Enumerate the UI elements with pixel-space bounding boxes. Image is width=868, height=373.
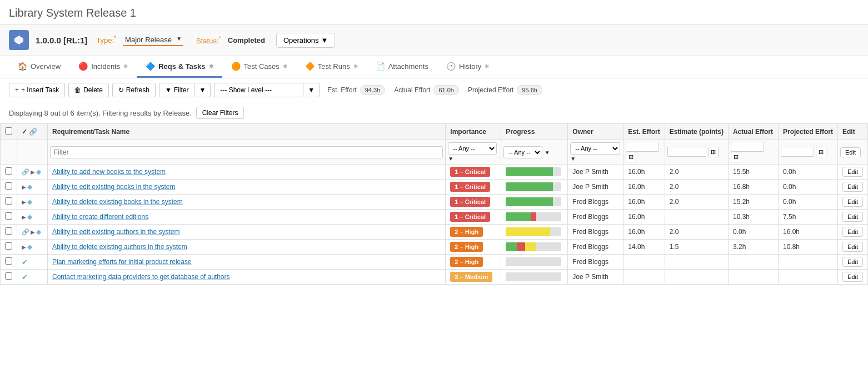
importance-filter-dropdown[interactable]: ▼ bbox=[448, 156, 453, 162]
row-importance-cell: 2 – High bbox=[446, 240, 501, 255]
row-edit-button[interactable]: Edit bbox=[842, 227, 863, 237]
expand-arrow[interactable]: ▶ bbox=[22, 214, 26, 220]
tab-history[interactable]: 🕐 History ✱ bbox=[437, 56, 498, 78]
tab-incidents[interactable]: 🔴 Incidents ✱ bbox=[69, 56, 137, 78]
row-edit-cell: Edit bbox=[838, 225, 868, 240]
proj-effort-filter-input[interactable] bbox=[781, 147, 814, 157]
row-edit-button[interactable]: Edit bbox=[842, 182, 863, 192]
tab-attachments[interactable]: 📄 Attachments bbox=[367, 56, 437, 78]
expand-arrow[interactable]: ▶ bbox=[31, 229, 35, 235]
requirement-link[interactable]: Plan marketing efforts for initial produ… bbox=[52, 258, 192, 266]
col-header-edit: Edit bbox=[838, 124, 868, 140]
row-edit-cell: Edit bbox=[838, 240, 868, 255]
requirement-link[interactable]: Ability to create different editions bbox=[52, 213, 148, 221]
progress-red bbox=[531, 212, 536, 221]
row-checkbox[interactable] bbox=[5, 167, 12, 175]
row-owner-cell: Fred Bloggs bbox=[568, 240, 623, 255]
requirement-link[interactable]: Contact marketing data providers to get … bbox=[52, 273, 230, 281]
row-checkbox[interactable] bbox=[5, 272, 12, 280]
type-label: Type:* bbox=[96, 35, 116, 44]
est-effort-filter-input[interactable] bbox=[626, 142, 659, 152]
importance-filter-select[interactable]: -- Any -- 1 – Critical 2 – High 3 – Medi… bbox=[448, 142, 497, 155]
row-checkbox[interactable] bbox=[5, 197, 12, 205]
row-est-effort-cell: 16.0h bbox=[623, 165, 665, 180]
tab-overview[interactable]: 🏠 Overview bbox=[9, 56, 69, 78]
expand-arrow[interactable]: ▶ bbox=[22, 244, 26, 250]
actual-effort-calc-btn[interactable]: ⊞ bbox=[731, 152, 741, 162]
requirement-link[interactable]: Ability to add new books to the system bbox=[52, 168, 166, 176]
diamond-icon: ◆ bbox=[27, 213, 32, 221]
effort-group: Est. Effort 94.3h Actual Effort 61.0h Pr… bbox=[327, 85, 542, 95]
select-all-checkbox[interactable] bbox=[5, 127, 12, 135]
row-checkbox-cell bbox=[1, 255, 17, 270]
progress-filter-select[interactable]: -- Any -- bbox=[503, 146, 542, 158]
importance-badge: 3 – Medium bbox=[450, 272, 492, 282]
progress-filter-dropdown[interactable]: ▼ bbox=[545, 150, 550, 156]
filter-button[interactable]: ▼ Filter bbox=[159, 83, 195, 97]
row-owner-cell: Fred Bloggs bbox=[568, 255, 623, 270]
requirement-link[interactable]: Ability to edit existing books in the sy… bbox=[52, 183, 175, 191]
row-progress-cell bbox=[501, 270, 568, 285]
est-effort-calc-btn[interactable]: ⊞ bbox=[626, 152, 636, 162]
row-checkbox[interactable] bbox=[5, 227, 12, 235]
type-select-wrapper[interactable]: Major Release Minor Release Iteration bbox=[123, 34, 183, 46]
row-edit-button[interactable]: Edit bbox=[842, 242, 863, 252]
show-level-select[interactable]: --- Show Level --- bbox=[214, 83, 303, 97]
operations-button[interactable]: Operations ▼ bbox=[276, 33, 335, 48]
est-points-filter-input[interactable] bbox=[667, 147, 706, 157]
row-checkbox[interactable] bbox=[5, 242, 12, 250]
reqs-asterisk: ✱ bbox=[209, 63, 213, 69]
est-points-calc-btn[interactable]: ⊞ bbox=[708, 147, 719, 157]
projected-effort-label: Projected Effort bbox=[468, 86, 514, 94]
clear-filters-button[interactable]: Clear Filters bbox=[196, 107, 245, 119]
tab-test-cases[interactable]: 🟠 Test Cases ✱ bbox=[222, 56, 296, 78]
row-edit-cell: Edit bbox=[838, 255, 868, 270]
requirement-link[interactable]: Ability to delete existing books in the … bbox=[52, 198, 183, 206]
progress-green bbox=[506, 167, 553, 176]
row-edit-button[interactable]: Edit bbox=[842, 167, 863, 177]
owner-filter-dropdown[interactable]: ▼ bbox=[570, 156, 576, 162]
progress-bar bbox=[506, 257, 561, 266]
actual-effort-filter-input[interactable] bbox=[731, 142, 764, 152]
operations-label: Operations bbox=[283, 36, 319, 44]
tab-test-runs[interactable]: 🔶 Test Runs ✱ bbox=[296, 56, 367, 78]
row-checkbox[interactable] bbox=[5, 257, 12, 265]
show-level-arrow[interactable]: ▼ bbox=[303, 83, 320, 97]
progress-yellow bbox=[506, 227, 550, 236]
table-row: 🔗▶◆Ability to add new books to the syste… bbox=[1, 165, 868, 180]
delete-button[interactable]: 🗑 Delete bbox=[68, 83, 109, 97]
owner-filter-select[interactable]: -- Any -- Joe P Smith Fred Bloggs bbox=[570, 142, 620, 155]
actual-effort-value: 61.0h bbox=[433, 85, 459, 95]
row-actual-effort-cell bbox=[729, 255, 779, 270]
requirement-link[interactable]: Ability to edit existing authors in the … bbox=[52, 228, 179, 236]
tab-reqs-tasks[interactable]: 🔷 Reqs & Tasks ✱ bbox=[137, 56, 222, 78]
row-edit-button[interactable]: Edit bbox=[842, 212, 863, 222]
row-progress-cell bbox=[501, 210, 568, 225]
filter-dropdown-arrow[interactable]: ▼ bbox=[194, 83, 211, 97]
expand-arrow[interactable]: ▶ bbox=[31, 169, 35, 175]
row-est-points-cell bbox=[665, 270, 728, 285]
expand-arrow[interactable]: ▶ bbox=[22, 184, 26, 190]
name-filter-input[interactable] bbox=[50, 146, 443, 158]
importance-badge: 2 – High bbox=[450, 227, 483, 237]
check-icon: ✔ bbox=[22, 273, 28, 281]
row-est-points-cell: 2.0 bbox=[665, 225, 728, 240]
expand-arrow[interactable]: ▶ bbox=[22, 199, 26, 205]
row-edit-cell: Edit bbox=[838, 270, 868, 285]
filter-edit-btn[interactable]: Edit bbox=[840, 147, 861, 157]
toolbar: + + Insert Task 🗑 Delete ↻ Refresh ▼ Fil… bbox=[0, 78, 868, 102]
refresh-button[interactable]: ↻ Refresh bbox=[112, 83, 156, 97]
row-checkbox[interactable] bbox=[5, 182, 12, 190]
row-est-effort-cell: 16.0h bbox=[623, 210, 665, 225]
test-runs-asterisk: ✱ bbox=[353, 63, 358, 69]
row-checkbox[interactable] bbox=[5, 212, 12, 220]
row-edit-button[interactable]: Edit bbox=[842, 197, 863, 207]
requirement-link[interactable]: Ability to delete existing authors in th… bbox=[52, 243, 187, 251]
row-edit-button[interactable]: Edit bbox=[842, 257, 863, 267]
type-select[interactable]: Major Release Minor Release Iteration bbox=[123, 34, 183, 46]
row-edit-button[interactable]: Edit bbox=[842, 272, 863, 282]
proj-effort-calc-btn[interactable]: ⊞ bbox=[816, 147, 826, 157]
tab-test-cases-label: Test Cases bbox=[244, 62, 280, 71]
insert-task-button[interactable]: + + Insert Task bbox=[9, 83, 65, 97]
row-progress-cell bbox=[501, 180, 568, 195]
